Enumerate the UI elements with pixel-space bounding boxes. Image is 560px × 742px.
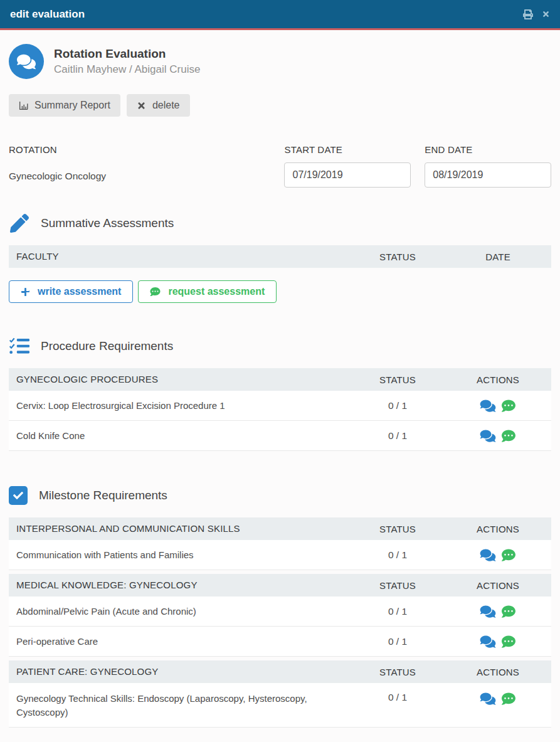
write-assessment-icon[interactable] bbox=[478, 635, 497, 649]
table-row: Cervix: Loop Electrosurgical Excision Pr… bbox=[9, 391, 551, 421]
procedures-table: GYNECOLOGIC PROCEDURES STATUS ACTIONS Ce… bbox=[9, 368, 551, 451]
evaluation-profile: Rotation Evaluation Caitlin Mayhew / Abi… bbox=[9, 44, 551, 79]
delete-button[interactable]: delete bbox=[127, 94, 190, 117]
status-column-header: STATUS bbox=[351, 374, 445, 385]
end-date-label: END DATE bbox=[425, 144, 551, 155]
print-icon[interactable] bbox=[523, 9, 533, 19]
table-row: Cold Knife Cone 0 / 1 bbox=[9, 421, 551, 451]
request-assessment-icon[interactable] bbox=[499, 399, 518, 413]
table-row: Peri-operative Care 0 / 1 bbox=[9, 627, 551, 657]
modal-title: edit evaluation bbox=[10, 8, 85, 21]
status-value: 0 / 1 bbox=[351, 549, 445, 561]
procedure-requirements-heading: Procedure Requirements bbox=[41, 339, 173, 353]
request-assessment-icon[interactable] bbox=[499, 548, 518, 562]
checklist-icon bbox=[9, 337, 29, 356]
date-column-header: DATE bbox=[445, 252, 551, 262]
status-column-header: STATUS bbox=[351, 580, 445, 591]
plus-icon bbox=[21, 287, 30, 297]
pencil-icon bbox=[9, 214, 29, 233]
rotation-value: Gynecologic Oncology bbox=[9, 171, 284, 182]
status-column-header: STATUS bbox=[351, 252, 445, 262]
profile-subtitle: Caitlin Mayhew / Abigail Cruise bbox=[54, 63, 200, 76]
table-title: INTERPERSONAL AND COMMUNICATION SKILLS bbox=[9, 522, 351, 536]
table-title: GYNECOLOGIC PROCEDURES bbox=[9, 373, 351, 386]
write-assessment-icon[interactable] bbox=[478, 692, 497, 706]
table-row: Abdominal/Pelvic Pain (Acute and Chronic… bbox=[9, 596, 551, 627]
avatar bbox=[9, 44, 44, 79]
request-assessment-icon[interactable] bbox=[499, 429, 518, 443]
write-assessment-icon[interactable] bbox=[478, 399, 497, 413]
summary-report-button[interactable]: Summary Report bbox=[9, 94, 120, 117]
page-title: Rotation Evaluation bbox=[54, 47, 200, 61]
table-title: MEDICAL KNOWLEDGE: GYNECOLOGY bbox=[9, 578, 351, 592]
table-title: PATIENT CARE: GYNECOLOGY bbox=[9, 665, 351, 679]
milestone-table-patient-care: PATIENT CARE: GYNECOLOGY STATUS ACTIONS … bbox=[9, 660, 551, 728]
actions-column-header: ACTIONS bbox=[445, 580, 551, 591]
close-icon[interactable] bbox=[542, 10, 550, 18]
write-assessment-icon[interactable] bbox=[478, 605, 497, 618]
status-value: 0 / 1 bbox=[351, 606, 445, 617]
status-value: 0 / 1 bbox=[351, 636, 445, 647]
milestone-table-interpersonal: INTERPERSONAL AND COMMUNICATION SKILLS S… bbox=[9, 517, 551, 570]
actions-column-header: ACTIONS bbox=[445, 524, 551, 534]
milestone-table-medical-knowledge: MEDICAL KNOWLEDGE: GYNECOLOGY STATUS ACT… bbox=[9, 574, 551, 657]
start-date-label: START DATE bbox=[284, 144, 411, 155]
delete-label: delete bbox=[152, 100, 180, 111]
status-column-header: STATUS bbox=[351, 524, 445, 534]
status-column-header: STATUS bbox=[351, 667, 445, 677]
status-value: 0 / 1 bbox=[351, 692, 445, 703]
summative-table: FACULTY STATUS DATE bbox=[9, 245, 551, 268]
write-assessment-icon[interactable] bbox=[478, 429, 497, 443]
rotation-label: ROTATION bbox=[9, 144, 284, 155]
end-date-input[interactable] bbox=[425, 162, 551, 188]
faculty-column-header: FACULTY bbox=[9, 250, 351, 263]
table-row: Communication with Patients and Families… bbox=[9, 540, 551, 570]
actions-column-header: ACTIONS bbox=[445, 667, 551, 677]
modal-header: edit evaluation bbox=[0, 0, 560, 30]
write-assessment-button[interactable]: write assessment bbox=[9, 280, 133, 303]
start-date-input[interactable] bbox=[284, 162, 411, 188]
actions-column-header: ACTIONS bbox=[445, 374, 551, 385]
bar-chart-icon bbox=[19, 101, 28, 110]
x-icon bbox=[137, 101, 146, 110]
request-assessment-icon[interactable] bbox=[499, 605, 518, 618]
comments-icon bbox=[17, 53, 36, 70]
comment-dots-icon bbox=[150, 287, 161, 297]
request-assessment-icon[interactable] bbox=[499, 635, 518, 649]
summative-assessments-heading: Summative Assessments bbox=[41, 216, 174, 230]
status-value: 0 / 1 bbox=[351, 400, 445, 411]
milestone-requirements-heading: Milestone Requirements bbox=[39, 489, 167, 502]
write-assessment-icon[interactable] bbox=[478, 548, 497, 562]
table-row: Gynecology Technical Skills: Endoscopy (… bbox=[9, 683, 551, 728]
request-assessment-icon[interactable] bbox=[499, 692, 518, 706]
request-assessment-button[interactable]: request assessment bbox=[138, 280, 277, 303]
summary-report-label: Summary Report bbox=[34, 100, 110, 111]
checkbox-icon bbox=[9, 486, 28, 505]
status-value: 0 / 1 bbox=[351, 430, 445, 442]
